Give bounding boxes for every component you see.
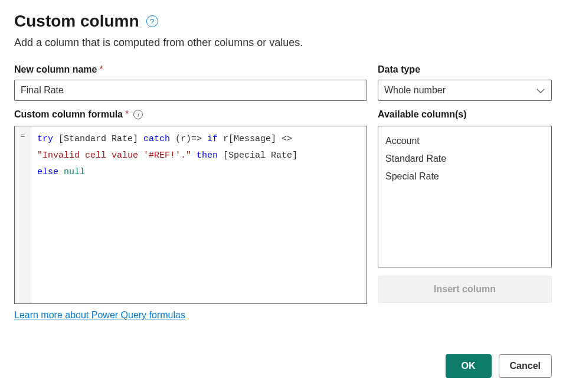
dialog-title: Custom column [14,12,139,31]
learn-more-link[interactable]: Learn more about Power Query formulas [14,310,185,320]
cancel-button[interactable]: Cancel [499,354,552,378]
data-type-select[interactable]: Whole number [378,80,552,101]
ok-button[interactable]: OK [446,354,492,378]
formula-code[interactable]: try [Standard Rate] catch (r)=> if r[Mes… [31,126,367,303]
formula-editor[interactable]: = try [Standard Rate] catch (r)=> if r[M… [14,126,367,304]
required-asterisk: * [99,64,103,75]
list-item[interactable]: Standard Rate [385,150,544,168]
available-columns-label: Available column(s) [378,109,467,120]
list-item[interactable]: Special Rate [385,168,544,185]
dialog-subtitle: Add a column that is computed from other… [14,37,552,49]
insert-column-button[interactable]: Insert column [378,276,552,303]
new-column-input[interactable] [14,80,367,101]
list-item[interactable]: Account [385,132,544,150]
data-type-label: Data type [378,64,420,75]
formula-gutter: = [15,126,31,303]
new-column-label: New column name [14,64,97,75]
info-icon[interactable]: i [133,110,143,119]
available-columns-list: Account Standard Rate Special Rate [378,126,552,267]
data-type-selected: Whole number [384,85,446,96]
formula-label: Custom column formula [14,109,123,120]
required-asterisk: * [125,109,129,120]
help-icon[interactable]: ? [146,15,158,27]
